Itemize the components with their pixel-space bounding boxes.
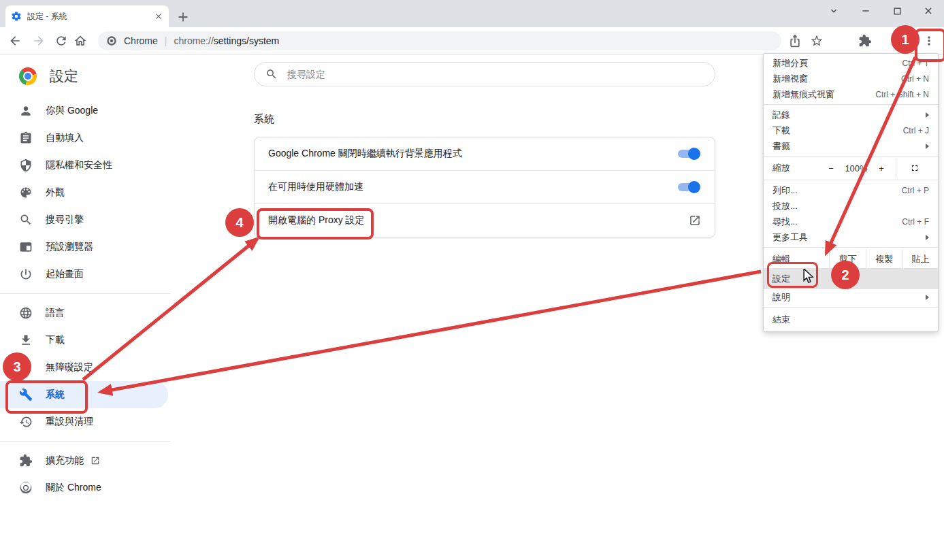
sidebar-item-label: 無障礙設定 bbox=[46, 361, 93, 374]
toggle-hardware-acceleration[interactable] bbox=[678, 183, 698, 191]
plus-icon bbox=[176, 10, 191, 24]
paste-button[interactable]: 貼上 bbox=[902, 250, 938, 268]
home-button[interactable] bbox=[74, 34, 87, 48]
sidebar-item-label: 自動填入 bbox=[46, 132, 84, 144]
url-path: settings/system bbox=[214, 35, 279, 46]
toggle-background-apps[interactable] bbox=[678, 150, 698, 158]
three-dot-icon bbox=[922, 34, 936, 48]
settings-search-box[interactable] bbox=[254, 62, 715, 86]
shortcut: Ctrl + N bbox=[901, 74, 929, 84]
search-input[interactable] bbox=[286, 68, 704, 80]
submenu-arrow-icon bbox=[926, 112, 929, 118]
menu-item-help[interactable]: 說明 bbox=[764, 289, 938, 305]
puzzle-icon bbox=[19, 454, 33, 467]
submenu-arrow-icon bbox=[926, 295, 929, 300]
zoom-out-button[interactable]: − bbox=[821, 163, 841, 174]
setting-label: 在可用時使用硬體加速 bbox=[268, 181, 678, 193]
system-settings-card: Google Chrome 關閉時繼續執行背景應用程式 在可用時使用硬體加速 開… bbox=[254, 137, 715, 237]
star-icon bbox=[810, 34, 824, 48]
browser-tab[interactable]: 設定 - 系統 bbox=[5, 5, 169, 27]
edit-label: 編輯 bbox=[764, 250, 829, 268]
menu-item-new-tab[interactable]: 新增分頁 Ctrl + T bbox=[764, 55, 938, 71]
share-icon bbox=[788, 34, 802, 48]
settings-main: 系統 Google Chrome 關閉時繼續執行背景應用程式 在可用時使用硬體加… bbox=[254, 55, 715, 237]
extensions-button[interactable] bbox=[858, 34, 872, 48]
chrome-page-icon bbox=[106, 35, 117, 46]
three-dot-menu-button[interactable] bbox=[922, 34, 936, 48]
share-button[interactable] bbox=[788, 34, 802, 48]
sidebar-item-downloads[interactable]: 下載 bbox=[0, 327, 168, 354]
sidebar-item-languages[interactable]: 語言 bbox=[0, 299, 168, 327]
copy-button[interactable]: 複製 bbox=[866, 250, 902, 268]
back-button[interactable] bbox=[8, 34, 22, 48]
url-separator: | bbox=[165, 35, 167, 46]
palette-icon bbox=[19, 186, 33, 199]
setting-row-background-apps: Google Chrome 關閉時繼續執行背景應用程式 bbox=[255, 137, 715, 170]
close-window-button[interactable] bbox=[915, 0, 942, 22]
zoom-in-button[interactable]: + bbox=[871, 163, 892, 174]
chevron-down-icon bbox=[828, 5, 839, 16]
menu-item-downloads[interactable]: 下載 Ctrl + J bbox=[764, 122, 938, 138]
menu-item-settings[interactable]: 設定 bbox=[764, 268, 938, 289]
chrome-icon bbox=[19, 481, 33, 495]
sidebar-item-appearance[interactable]: 外觀 bbox=[0, 179, 168, 206]
forward-icon bbox=[32, 34, 46, 48]
url-brand: Chrome bbox=[124, 35, 158, 46]
shortcut: Ctrl + T bbox=[902, 59, 929, 68]
back-icon bbox=[8, 34, 22, 48]
page-title: 設定 bbox=[50, 67, 78, 86]
menu-item-history[interactable]: 記錄 bbox=[764, 107, 938, 122]
maximize-icon bbox=[892, 6, 902, 16]
person-icon bbox=[19, 104, 33, 118]
setting-row-open-proxy[interactable]: 開啟電腦的 Proxy 設定 bbox=[255, 203, 715, 237]
forward-button[interactable] bbox=[32, 34, 46, 48]
reload-icon bbox=[54, 34, 68, 48]
sidebar-item-default-browser[interactable]: 預設瀏覽器 bbox=[0, 233, 168, 261]
menu-item-find[interactable]: 尋找... Ctrl + F bbox=[764, 214, 938, 229]
sidebar-item-label: 起始畫面 bbox=[46, 268, 84, 280]
menu-item-bookmarks[interactable]: 書籤 bbox=[764, 138, 938, 154]
sidebar-item-on-startup[interactable]: 起始畫面 bbox=[0, 261, 168, 288]
sidebar-item-label: 外觀 bbox=[46, 186, 65, 199]
search-icon bbox=[19, 213, 33, 227]
cut-button[interactable]: 剪下 bbox=[829, 250, 866, 268]
browser-window-icon bbox=[19, 240, 33, 254]
setting-label: 開啟電腦的 Proxy 設定 bbox=[268, 214, 689, 227]
minimize-button[interactable] bbox=[852, 0, 879, 22]
shortcut: Ctrl + J bbox=[903, 126, 929, 135]
menu-item-cast[interactable]: 投放... bbox=[764, 198, 938, 214]
home-icon bbox=[74, 34, 87, 48]
address-bar[interactable]: Chrome | chrome://settings/system bbox=[98, 31, 781, 50]
sidebar-item-accessibility[interactable]: 無障礙設定 bbox=[0, 354, 168, 381]
sidebar-item-about-chrome[interactable]: 關於 Chrome bbox=[0, 474, 168, 501]
sidebar-item-extensions[interactable]: 擴充功能 bbox=[0, 447, 168, 474]
search-icon bbox=[265, 68, 278, 80]
sidebar-item-you-and-google[interactable]: 你與 Google bbox=[0, 97, 168, 125]
maximize-button[interactable] bbox=[883, 0, 911, 22]
menu-item-more-tools[interactable]: 更多工具 bbox=[764, 229, 938, 245]
minimize-icon bbox=[860, 5, 871, 16]
menu-item-exit[interactable]: 結束 bbox=[764, 310, 938, 330]
menu-divider bbox=[764, 247, 938, 248]
menu-item-new-window[interactable]: 新增視窗 Ctrl + N bbox=[764, 71, 938, 86]
url-scheme: chrome:// bbox=[174, 35, 213, 46]
sidebar-item-label: 隱私權和安全性 bbox=[46, 159, 112, 171]
shortcut: Ctrl + P bbox=[902, 186, 929, 195]
fullscreen-button[interactable] bbox=[900, 163, 929, 173]
sidebar-item-privacy-security[interactable]: 隱私權和安全性 bbox=[0, 152, 168, 179]
toolbar: Chrome | chrome://settings/system SK bbox=[0, 27, 944, 54]
menu-item-new-incognito-window[interactable]: 新增無痕式視窗 Ctrl + Shift + N bbox=[764, 86, 938, 102]
tab-close-icon[interactable] bbox=[154, 12, 163, 21]
sidebar-divider bbox=[0, 441, 170, 442]
setting-label: Google Chrome 關閉時繼續執行背景應用程式 bbox=[268, 148, 678, 160]
tab-search-button[interactable] bbox=[820, 0, 847, 22]
sidebar-item-label: 語言 bbox=[46, 307, 65, 319]
sidebar-item-autofill[interactable]: 自動填入 bbox=[0, 125, 168, 152]
reload-button[interactable] bbox=[54, 34, 68, 48]
sidebar-item-search-engine[interactable]: 搜尋引擎 bbox=[0, 206, 168, 233]
menu-item-print[interactable]: 列印... Ctrl + P bbox=[764, 182, 938, 198]
sidebar-item-system[interactable]: 系統 bbox=[0, 381, 168, 408]
sidebar-item-reset-clean-up[interactable]: 重設與清理 bbox=[0, 408, 168, 435]
new-tab-button[interactable] bbox=[176, 10, 191, 24]
bookmark-button[interactable] bbox=[810, 34, 824, 48]
